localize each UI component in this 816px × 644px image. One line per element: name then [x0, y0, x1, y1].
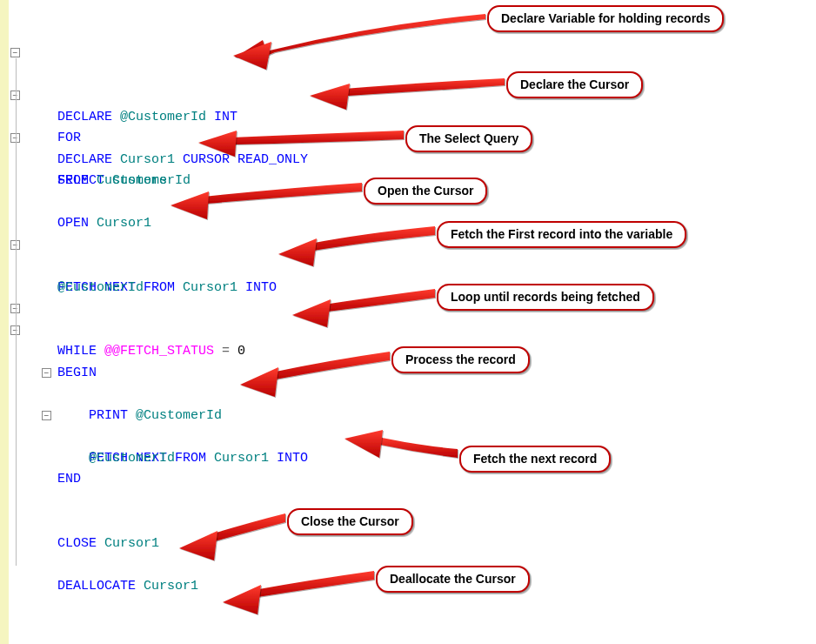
callout-fetch-next: Fetch the next record — [459, 446, 611, 473]
keyword-deallocate: DEALLOCATE — [57, 579, 144, 594]
callout-loop-until: Loop until records being fetched — [437, 284, 654, 311]
callout-fetch-first: Fetch the First record into the variable — [437, 221, 686, 248]
callout-open-cursor: Open the Cursor — [364, 178, 487, 205]
arrow-head-icon — [223, 585, 261, 614]
callout-declare-cursor: Declare the Cursor — [506, 71, 643, 98]
fold-icon[interactable] — [42, 411, 51, 420]
callout-process-record: Process the record — [391, 346, 530, 373]
callout-select-query: The Select Query — [405, 125, 532, 152]
fold-icon[interactable] — [10, 48, 20, 57]
sql-code-block: DECLARE @CustomerId INT DECLARE Cursor1 … — [26, 0, 391, 576]
fold-icon[interactable] — [42, 368, 51, 378]
callout-declare-variable: Declare Variable for holding records — [487, 5, 724, 32]
callout-close-cursor: Close the Cursor — [287, 508, 413, 535]
cursor-dealloc: Cursor1 — [144, 579, 198, 594]
callout-deallocate-cursor: Deallocate the Cursor — [376, 566, 530, 593]
gutter-strip — [0, 0, 9, 644]
